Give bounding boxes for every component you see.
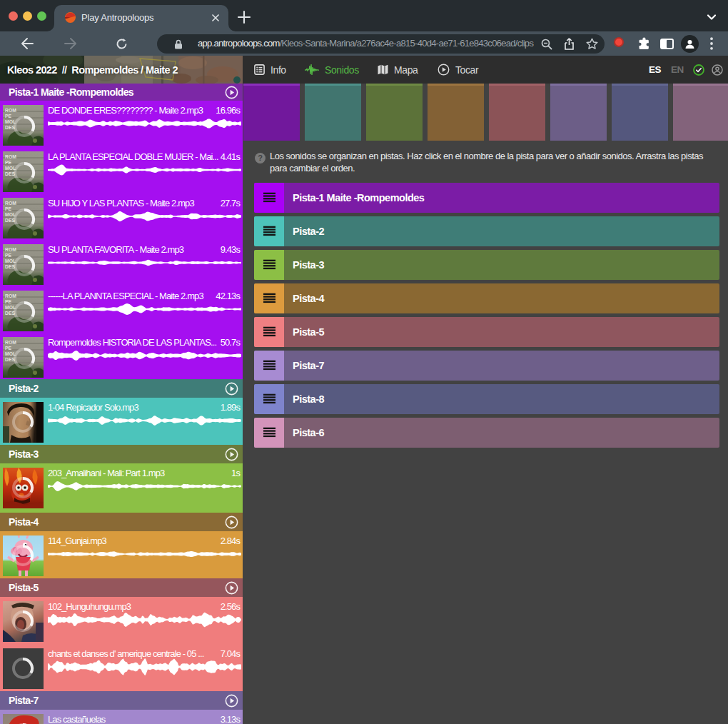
- svg-text:ROM: ROM: [5, 154, 16, 159]
- svg-text:ROM: ROM: [5, 340, 16, 345]
- svg-text:PE: PE: [5, 253, 12, 258]
- svg-text:ROM: ROM: [5, 108, 16, 113]
- svg-text:ROM: ROM: [5, 247, 16, 252]
- svg-text:PE: PE: [5, 160, 12, 165]
- svg-text:PE: PE: [5, 114, 12, 119]
- svg-text:PE: PE: [5, 299, 12, 304]
- svg-text:PE: PE: [5, 346, 12, 351]
- svg-text:ROM: ROM: [5, 293, 16, 298]
- svg-text:PE: PE: [5, 206, 12, 211]
- svg-text:ROM: ROM: [5, 201, 16, 206]
